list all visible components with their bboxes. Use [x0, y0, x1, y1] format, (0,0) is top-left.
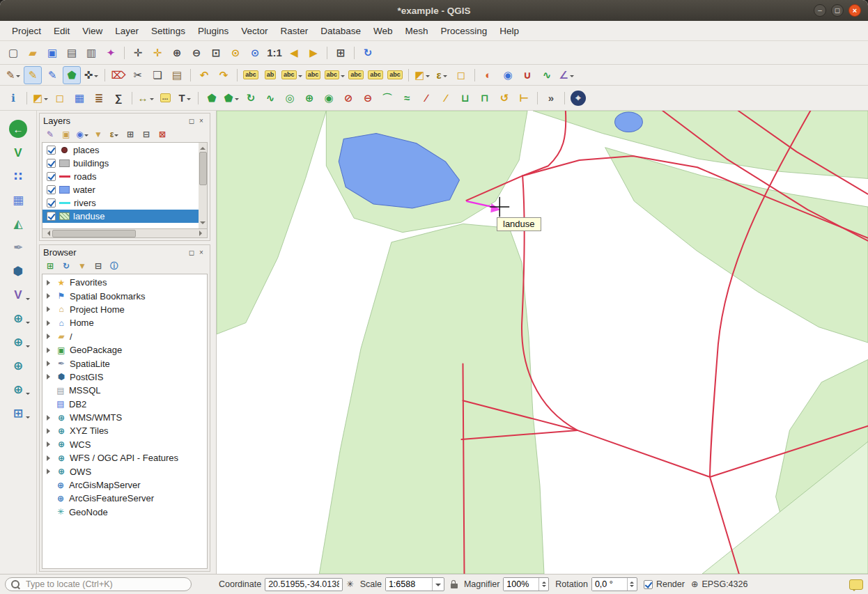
expand-arrow-icon[interactable] [45, 428, 53, 435]
scroll-left-icon[interactable] [45, 230, 50, 236]
select-features-by-area-icon[interactable]: ◩ [31, 89, 49, 107]
menu-item[interactable]: Layer [109, 26, 145, 36]
new-project-icon[interactable]: ▢ [4, 44, 22, 62]
pin-unpin-labels-icon[interactable]: abc [281, 66, 303, 84]
menu-item[interactable]: Database [314, 26, 367, 36]
add-mesh-layer-icon[interactable]: ◭ [3, 212, 33, 235]
browser-item[interactable]: ✒ SpatiaLite [42, 357, 207, 370]
manage-map-themes-icon[interactable]: ◉ [75, 128, 89, 140]
menu-item[interactable]: Project [6, 26, 47, 36]
menu-item[interactable]: Raster [274, 26, 314, 36]
browser-item[interactable]: ⚑ Spatial Bookmarks [42, 289, 207, 302]
show-hide-labels-icon[interactable]: abc [324, 66, 346, 84]
properties-widget-icon[interactable]: ⓘ [107, 260, 121, 272]
menu-item[interactable]: Web [367, 26, 399, 36]
browser-item[interactable]: ⊕ XYZ Tiles [42, 424, 207, 437]
menu-item[interactable]: View [76, 26, 109, 36]
menu-item[interactable]: Plugins [192, 26, 235, 36]
scroll-down-icon[interactable] [200, 221, 206, 227]
horizontal-scrollbar[interactable] [42, 229, 208, 238]
add-ring-icon[interactable]: ◎ [281, 89, 299, 107]
render-checkbox[interactable] [644, 580, 653, 589]
cut-features-icon[interactable]: ✂ [129, 66, 147, 84]
toolbar-extension-icon[interactable]: » [542, 89, 560, 107]
zoom-in-icon[interactable]: ⊕ [168, 44, 186, 62]
panel-float-button[interactable]: ◻ [187, 249, 196, 256]
pan-map-icon[interactable]: ✛ [129, 44, 147, 62]
open-project-icon[interactable]: ▰ [24, 44, 42, 62]
select-features-icon[interactable]: ◩ [413, 66, 431, 84]
save-project-icon[interactable]: ▣ [43, 44, 61, 62]
move-feature-icon[interactable]: ⬟ [203, 89, 221, 107]
undo-icon[interactable]: ↶ [195, 66, 213, 84]
extents-toggle-icon[interactable]: ✳ [346, 580, 353, 589]
fill-ring-icon[interactable]: ◉ [320, 89, 338, 107]
merge-features-icon[interactable]: ⊔ [456, 89, 474, 107]
browser-item[interactable]: ▤ MSSQL [42, 384, 207, 397]
menu-item[interactable]: Vector [235, 26, 274, 36]
zoom-to-selection-icon[interactable]: ⊙ [226, 44, 245, 62]
deselect-features-icon[interactable]: ◻ [51, 89, 69, 107]
browser-item[interactable]: ⌂ Home [42, 316, 207, 329]
cad-tools-icon[interactable]: ∠ [557, 66, 575, 84]
tracing-icon[interactable]: ∿ [538, 66, 556, 84]
layer-item[interactable]: landuse [42, 210, 199, 223]
add-wcs-layer-icon[interactable]: ⊕ [3, 331, 33, 353]
add-wms-layer-icon[interactable]: ⊕ [3, 307, 33, 329]
layer-item[interactable]: roads [42, 170, 199, 183]
refresh-browser-icon[interactable]: ↻ [59, 260, 73, 272]
change-label-icon[interactable]: abc [386, 66, 404, 84]
locate-input[interactable] [24, 579, 185, 590]
add-arcgis-layer-icon[interactable]: ⊞ [3, 402, 33, 424]
search-binoculars-icon[interactable]: ⌖ [569, 89, 587, 107]
map-canvas[interactable]: landuse [217, 111, 868, 574]
title-bar[interactable]: *example - QGIS – ◻ × [0, 0, 868, 21]
vertex-tool-icon[interactable]: ✜ [82, 66, 100, 84]
magnifier-spinbox[interactable] [503, 577, 549, 591]
layer-item[interactable]: rivers [42, 196, 199, 210]
add-polygon-feature-icon[interactable]: ⬟ [63, 66, 81, 84]
browser-item[interactable]: ⊕ WCS [42, 438, 207, 451]
pan-to-selection-icon[interactable]: ✛ [148, 44, 166, 62]
spinner-arrows[interactable] [627, 578, 637, 591]
scroll-right-icon[interactable] [199, 230, 205, 236]
menu-item[interactable]: Edit [47, 26, 76, 36]
layer-item[interactable]: places [42, 143, 199, 157]
panel-close-button[interactable]: × [196, 249, 206, 256]
expand-arrow-icon[interactable] [45, 508, 52, 515]
current-edits-icon[interactable]: ✎ [4, 66, 22, 84]
browser-item[interactable]: ⊕ WFS / OGC API - Features [42, 451, 207, 464]
expand-arrow-icon[interactable] [45, 373, 53, 380]
expand-arrow-icon[interactable] [45, 347, 53, 354]
log-messages-icon[interactable] [849, 579, 863, 590]
collapse-all-icon[interactable]: ⊟ [139, 128, 153, 140]
browser-item[interactable]: ▣ GeoPackage [42, 343, 207, 357]
map-tips-icon[interactable]: … [156, 89, 174, 107]
rotate-feature-icon[interactable]: ↻ [242, 89, 260, 107]
scale-input[interactable] [386, 578, 432, 591]
new-print-layout-icon[interactable]: ▤ [63, 44, 81, 62]
zoom-out-icon[interactable]: ⊖ [187, 44, 206, 62]
filter-browser-icon[interactable]: ▼ [75, 260, 89, 272]
merge-attributes-icon[interactable]: ⊓ [476, 89, 494, 107]
reshape-features-icon[interactable]: ≈ [398, 89, 416, 107]
open-layer-styling-icon[interactable]: ✎ [43, 128, 57, 140]
expand-arrow-icon[interactable] [45, 360, 53, 367]
vertical-scrollbar[interactable] [199, 142, 208, 229]
filter-by-expression-icon[interactable]: ε [107, 128, 121, 140]
layout-manager-icon[interactable]: ▥ [82, 44, 100, 62]
open-attribute-table-icon[interactable]: ▦ [70, 89, 88, 107]
zoom-full-icon[interactable]: ⊡ [207, 44, 225, 62]
coordinate-input[interactable] [265, 578, 343, 591]
add-postgis-layer-icon[interactable]: ⬢ [3, 260, 33, 282]
collapse-browser-icon[interactable]: ⊟ [91, 260, 105, 272]
close-button[interactable]: × [848, 4, 861, 17]
zoom-native-icon[interactable]: 1:1 [265, 44, 284, 62]
styling-dock-icon[interactable]: ◐ [479, 66, 497, 84]
copy-move-feature-icon[interactable]: ⬟ [222, 89, 240, 107]
expand-arrow-icon[interactable] [45, 292, 53, 299]
expand-arrow-icon[interactable] [45, 400, 52, 407]
layer-visibility-checkbox[interactable] [47, 146, 56, 155]
maximize-button[interactable]: ◻ [831, 4, 844, 17]
menu-item[interactable]: Processing [435, 26, 494, 36]
